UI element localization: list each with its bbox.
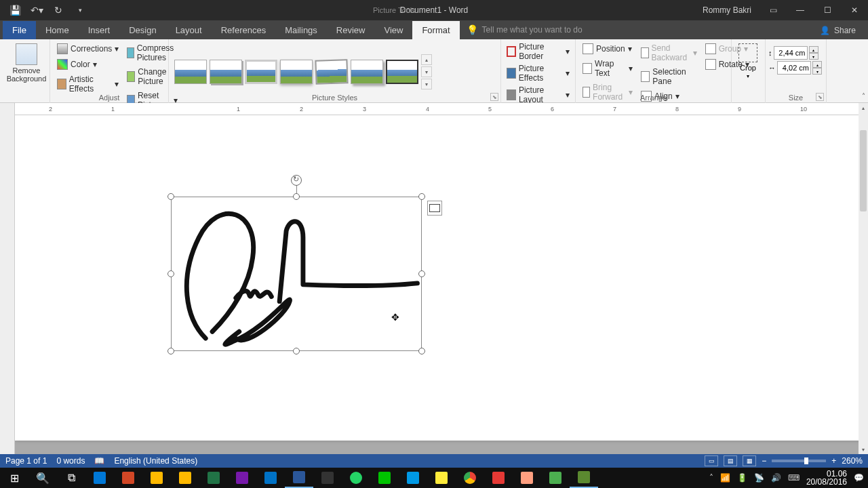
maximize-button[interactable]: ☐	[814, 0, 841, 20]
height-up[interactable]: ▴	[809, 46, 818, 53]
read-mode-button[interactable]: ▭	[705, 455, 718, 466]
height-input[interactable]	[774, 46, 808, 60]
taskbar-camtasia[interactable]	[570, 468, 598, 488]
tab-format[interactable]: Format	[412, 21, 459, 39]
taskbar-file-explorer-2[interactable]	[171, 468, 199, 488]
tray-expand-icon[interactable]: ˄	[709, 473, 713, 483]
tab-file[interactable]: File	[3, 21, 36, 39]
height-down[interactable]: ▾	[809, 53, 818, 60]
word-count[interactable]: 0 words	[56, 456, 85, 466]
resize-handle-tm[interactable]	[293, 193, 300, 200]
tray-bluetooth-icon[interactable]: 📶	[720, 473, 730, 483]
taskbar-file-explorer[interactable]	[142, 468, 171, 488]
wrap-text-button[interactable]: Wrap Text ▾	[580, 58, 635, 79]
rotate-handle[interactable]	[291, 175, 302, 186]
gallery-row-down[interactable]: ▾	[421, 66, 432, 77]
tell-me-search[interactable]: 💡 Tell me what you want to do	[460, 20, 589, 39]
taskbar-powerpoint[interactable]	[114, 468, 142, 488]
tab-review[interactable]: Review	[327, 21, 375, 39]
tray-input-icon[interactable]: ⌨	[788, 473, 800, 483]
taskbar-chrome[interactable]	[456, 468, 484, 488]
taskbar-edge[interactable]	[85, 468, 114, 488]
user-name[interactable]: Rommy Bakri	[703, 5, 751, 15]
clock[interactable]: 01.06 20/08/2016	[806, 470, 847, 486]
resize-handle-bl[interactable]	[167, 348, 174, 354]
tray-wifi-icon[interactable]: 📡	[754, 473, 764, 483]
taskbar-paint[interactable]	[513, 468, 541, 488]
taskbar-download[interactable]	[484, 468, 513, 488]
tab-layout[interactable]: Layout	[166, 21, 212, 39]
taskbar-sticky-notes[interactable]	[427, 468, 456, 488]
gallery-more-button[interactable]: ▾	[421, 79, 432, 89]
picture-style-2[interactable]	[210, 60, 242, 84]
minimize-button[interactable]: —	[787, 0, 814, 20]
tray-battery-icon[interactable]: 🔋	[737, 473, 747, 483]
zoom-out-button[interactable]: −	[762, 456, 766, 466]
taskbar-word[interactable]	[285, 468, 313, 488]
ribbon-display-icon[interactable]: ▭	[760, 0, 787, 20]
width-input[interactable]	[777, 61, 811, 75]
tab-view[interactable]: View	[374, 21, 412, 39]
qat-custom-icon[interactable]: ▾	[72, 2, 88, 18]
picture-effects-button[interactable]: Picture Effects ▾	[504, 62, 572, 84]
picture-styles-launcher[interactable]: ⬊	[490, 93, 498, 101]
language-indicator[interactable]: English (United States)	[114, 456, 197, 466]
zoom-in-button[interactable]: +	[831, 456, 836, 466]
page[interactable]: ✥	[15, 115, 859, 441]
picture-border-button[interactable]: Picture Border ▾	[504, 41, 572, 62]
redo-icon[interactable]: ↻	[50, 2, 66, 18]
picture-style-3[interactable]	[245, 60, 277, 84]
tab-references[interactable]: References	[212, 21, 275, 39]
start-button[interactable]: ⊞	[0, 468, 28, 488]
print-layout-button[interactable]: ▤	[724, 455, 737, 466]
taskbar-outlook[interactable]	[256, 468, 285, 488]
action-center-icon[interactable]: 💬	[854, 473, 864, 483]
search-icon[interactable]: 🔍	[28, 468, 57, 488]
spell-check-icon[interactable]: 📖	[94, 456, 104, 466]
share-button[interactable]: 👤 Share	[814, 22, 861, 39]
picture-style-5[interactable]	[315, 59, 348, 85]
artistic-effects-button[interactable]: Artistic Effects ▾	[54, 73, 121, 95]
picture-style-7[interactable]	[386, 60, 418, 84]
tab-design[interactable]: Design	[119, 21, 165, 39]
save-icon[interactable]: 💾	[7, 2, 23, 18]
taskbar-onenote[interactable]	[228, 468, 256, 488]
zoom-slider[interactable]	[772, 460, 826, 462]
picture-style-1[interactable]	[174, 60, 207, 84]
zoom-level[interactable]: 260%	[842, 456, 863, 466]
taskbar-app-1[interactable]	[399, 468, 427, 488]
gallery-row-up[interactable]: ▴	[421, 54, 432, 65]
page-indicator[interactable]: Page 1 of 1	[5, 456, 47, 466]
horizontal-ruler[interactable]: 2 1 1 2 3 4 5 6 7 8 9 10	[15, 103, 868, 115]
tab-mailings[interactable]: Mailings	[275, 21, 327, 39]
close-button[interactable]: ✕	[841, 0, 868, 20]
resize-handle-ml[interactable]	[167, 270, 174, 277]
taskbar-whatsapp[interactable]	[342, 468, 370, 488]
width-down[interactable]: ▾	[812, 68, 822, 75]
tray-volume-icon[interactable]: 🔊	[771, 473, 781, 483]
vertical-ruler[interactable]	[0, 103, 15, 468]
taskbar-mail[interactable]	[313, 468, 342, 488]
picture-style-4[interactable]	[280, 60, 313, 84]
width-up[interactable]: ▴	[812, 61, 822, 68]
task-view-icon[interactable]: ⧉	[57, 468, 85, 488]
tab-home[interactable]: Home	[36, 21, 79, 39]
color-button[interactable]: Color ▾	[54, 58, 121, 71]
position-button[interactable]: Position ▾	[580, 42, 635, 56]
corrections-button[interactable]: Corrections ▾	[54, 42, 121, 56]
crop-button[interactable]: Crop ▾	[734, 41, 762, 79]
resize-handle-tl[interactable]	[167, 193, 174, 200]
resize-handle-br[interactable]	[418, 348, 425, 354]
remove-background-button[interactable]: Remove Background	[3, 41, 50, 83]
taskbar-app-2[interactable]	[541, 468, 570, 488]
selection-pane-button[interactable]: Selection Pane	[638, 66, 700, 87]
layout-options-button[interactable]	[427, 201, 442, 216]
scroll-up-icon[interactable]: ▴	[859, 103, 868, 113]
resize-handle-mr[interactable]	[418, 270, 425, 277]
selected-picture[interactable]	[171, 197, 422, 351]
tab-insert[interactable]: Insert	[79, 21, 120, 39]
taskbar-line[interactable]	[370, 468, 399, 488]
resize-handle-tr[interactable]	[418, 193, 425, 200]
scroll-down-icon[interactable]: ▾	[859, 445, 868, 454]
vertical-scroll-thumb[interactable]	[860, 130, 867, 211]
